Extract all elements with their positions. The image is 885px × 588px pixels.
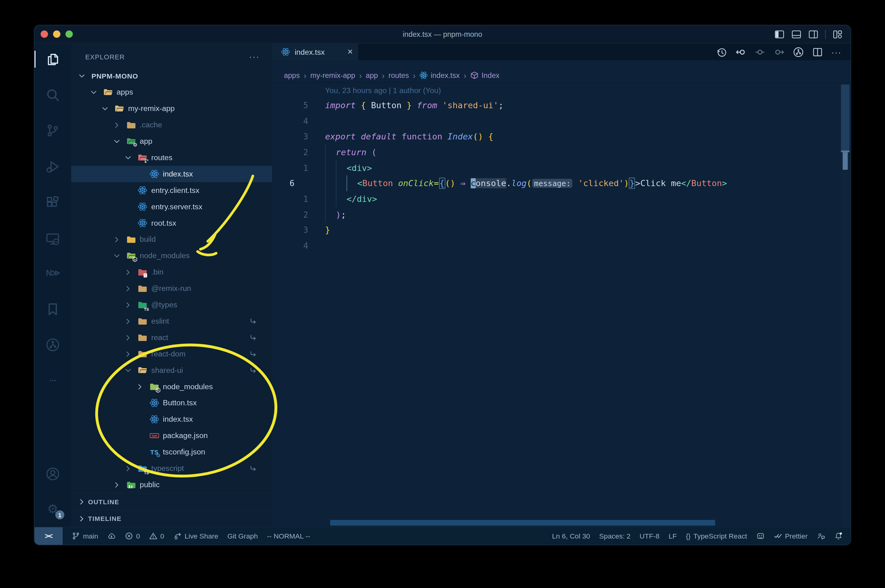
gitlens-graph-icon[interactable] bbox=[793, 46, 804, 57]
chevron-right-icon[interactable] bbox=[124, 268, 132, 276]
tree-item-react-dom[interactable]: react-dom bbox=[71, 346, 272, 362]
customize-layout-icon[interactable] bbox=[832, 29, 843, 39]
chevron-right-icon[interactable] bbox=[124, 284, 132, 292]
chevron-right-icon[interactable] bbox=[124, 464, 132, 472]
chevron-right-icon[interactable] bbox=[124, 317, 132, 325]
activity-explorer[interactable] bbox=[35, 52, 71, 66]
status-notifications[interactable] bbox=[834, 527, 843, 545]
activity-remote-explorer[interactable] bbox=[35, 231, 71, 246]
tree-item-node-modules[interactable]: node_modules bbox=[71, 248, 272, 264]
more-actions-icon[interactable]: ··· bbox=[249, 52, 260, 62]
status-formatter[interactable]: Prettier bbox=[774, 527, 808, 545]
breadcrumb-my-remix-app[interactable]: my-remix-app bbox=[310, 71, 355, 80]
tree-item-remix-run[interactable]: @remix-run bbox=[71, 280, 272, 297]
tree-item-eslint[interactable]: eslint bbox=[71, 313, 272, 329]
tree-item-index-tsx[interactable]: index.tsx bbox=[71, 166, 272, 182]
status-language-mode[interactable]: {}TypeScript React bbox=[686, 527, 747, 545]
chevron-right-icon[interactable] bbox=[113, 481, 121, 489]
tree-item-entry-server-tsx[interactable]: entry.server.tsx bbox=[71, 198, 272, 215]
chevron-down-icon[interactable] bbox=[113, 137, 121, 145]
breadcrumb-routes[interactable]: routes bbox=[389, 71, 409, 80]
chevron-right-icon[interactable] bbox=[136, 383, 144, 391]
chevron-right-icon[interactable] bbox=[124, 301, 132, 309]
split-editor-icon[interactable] bbox=[812, 46, 823, 57]
activity-gitlens[interactable] bbox=[35, 337, 71, 352]
toggle-panel-icon[interactable] bbox=[791, 29, 801, 39]
status-git-graph[interactable]: Git Graph bbox=[227, 527, 258, 545]
activity-accounts[interactable] bbox=[35, 466, 71, 481]
chevron-right-icon[interactable] bbox=[113, 236, 121, 244]
status-warnings[interactable]: 0 bbox=[149, 527, 164, 545]
title-bar[interactable]: index.tsx — pnpm-mono bbox=[35, 26, 850, 43]
status-remote[interactable]: >< bbox=[35, 527, 63, 545]
breadcrumb-apps[interactable]: apps bbox=[284, 71, 300, 80]
status-live-share[interactable]: Live Share bbox=[173, 527, 218, 545]
tree-item-routes[interactable]: routes bbox=[71, 149, 272, 166]
section-outline[interactable]: OUTLINE bbox=[71, 493, 272, 510]
close-window-button[interactable] bbox=[41, 30, 48, 38]
activity-run-and-debug[interactable] bbox=[35, 159, 71, 173]
toggle-secondary-sidebar-icon[interactable] bbox=[808, 29, 819, 39]
tree-item-apps[interactable]: apps bbox=[71, 84, 272, 100]
chevron-right-icon[interactable] bbox=[113, 121, 121, 129]
status-errors[interactable]: 0 bbox=[125, 527, 140, 545]
horizontal-scrollbar[interactable] bbox=[330, 520, 715, 525]
breadcrumb-index-tsx[interactable]: index.tsx bbox=[420, 71, 460, 80]
chevron-down-icon[interactable] bbox=[101, 105, 109, 112]
tree-item-my-remix-app[interactable]: my-remix-app bbox=[71, 100, 272, 117]
chevron-right-icon[interactable] bbox=[124, 350, 132, 358]
previous-change-icon[interactable] bbox=[736, 46, 747, 57]
status-feedback[interactable] bbox=[817, 527, 825, 545]
section-timeline[interactable]: TIMELINE bbox=[71, 510, 272, 527]
status-eol[interactable]: LF bbox=[669, 527, 677, 545]
activity-search[interactable] bbox=[35, 87, 71, 102]
tree-item-bin[interactable]: .bin bbox=[71, 264, 272, 280]
tab-index-tsx[interactable]: index.tsx × bbox=[272, 43, 359, 60]
tree-item-build[interactable]: build bbox=[71, 231, 272, 248]
tree-item-shared-ui[interactable]: shared-ui bbox=[71, 362, 272, 378]
tree-item-public[interactable]: public bbox=[71, 476, 272, 493]
tree-item-root-tsx[interactable]: root.tsx bbox=[71, 215, 272, 231]
status-indentation[interactable]: Spaces: 2 bbox=[599, 527, 630, 545]
next-change-icon[interactable] bbox=[774, 46, 785, 57]
breadcrumb-index[interactable]: Index bbox=[470, 71, 500, 80]
vertical-scrollbar[interactable] bbox=[841, 85, 849, 151]
chevron-down-icon[interactable] bbox=[124, 154, 132, 162]
status-publish-changes[interactable] bbox=[107, 527, 116, 545]
activity-settings[interactable]: ⚙1 bbox=[35, 501, 71, 516]
chevron-right-icon[interactable] bbox=[124, 334, 132, 342]
minimize-window-button[interactable] bbox=[53, 30, 60, 38]
tree-item-typescript[interactable]: TStypescript bbox=[71, 460, 272, 476]
tree-item-tsconfig-json[interactable]: ⚙tsconfig.json bbox=[71, 444, 272, 460]
activity-nx-console[interactable]: N≫ bbox=[35, 266, 71, 280]
activity-extensions[interactable] bbox=[35, 195, 71, 210]
chevron-down-icon[interactable] bbox=[113, 252, 121, 260]
status-vim-mode[interactable]: -- NORMAL -- bbox=[267, 527, 310, 545]
activity-source-control[interactable] bbox=[35, 123, 71, 138]
more-actions-icon[interactable]: ··· bbox=[831, 46, 842, 57]
activity-additional-views[interactable]: ··· bbox=[35, 373, 71, 387]
toggle-primary-sidebar-icon[interactable] bbox=[775, 29, 785, 39]
tree-item-cache[interactable]: .cache bbox=[71, 117, 272, 133]
tree-item-node-modules[interactable]: node_modules bbox=[71, 378, 272, 395]
code-editor[interactable]: You, 23 hours ago | 1 author (You)5impor… bbox=[272, 83, 850, 526]
activity-bookmarks[interactable] bbox=[35, 302, 71, 316]
chevron-down-icon[interactable] bbox=[124, 366, 132, 374]
tree-item-pnpm-mono[interactable]: PNPM-MONO bbox=[71, 68, 272, 84]
tree-item-app[interactable]: ⚙app bbox=[71, 133, 272, 149]
tree-item-react[interactable]: react bbox=[71, 329, 272, 346]
status-cursor-position[interactable]: Ln 6, Col 30 bbox=[552, 527, 590, 545]
local-history-icon[interactable] bbox=[716, 46, 727, 57]
status-encoding[interactable]: UTF-8 bbox=[640, 527, 660, 545]
tree-item-entry-client-tsx[interactable]: entry.client.tsx bbox=[71, 182, 272, 198]
chevron-down-icon[interactable] bbox=[78, 72, 86, 80]
status-extension[interactable] bbox=[756, 527, 765, 545]
tree-item-index-tsx[interactable]: index.tsx bbox=[71, 411, 272, 428]
zoom-window-button[interactable] bbox=[66, 30, 73, 38]
chevron-down-icon[interactable] bbox=[89, 88, 98, 96]
status-git-branch[interactable]: main bbox=[72, 527, 98, 545]
tree-item-types[interactable]: TS@types bbox=[71, 297, 272, 313]
tree-item-package-json[interactable]: package.json bbox=[71, 428, 272, 444]
open-changes-icon[interactable] bbox=[755, 46, 766, 57]
tree-item-button-tsx[interactable]: Button.tsx bbox=[71, 395, 272, 411]
